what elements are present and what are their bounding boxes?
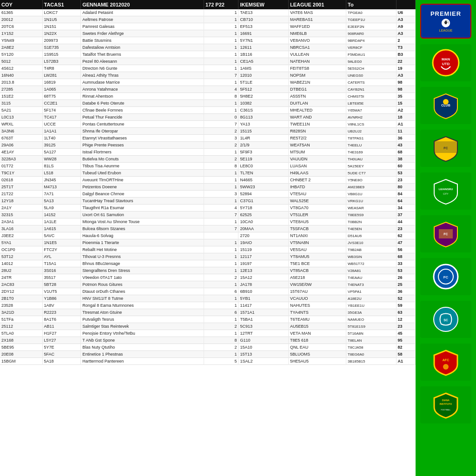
cell-coy: 3115 [0, 100, 42, 107]
cell-genname: Salmtiger 5tas Reintevek [81, 323, 204, 330]
cell-genname: Pezel 80 Aleesann [81, 58, 204, 65]
table-row: 25T1T M4713 Petzentos Doeene 1 5WW23 IHB… [0, 184, 416, 191]
cell-172p22: 1 [204, 65, 238, 72]
cell-ikemsew: 15A12 [238, 274, 289, 281]
header-coy: COY [0, 0, 42, 9]
cell-172p22: 1 [204, 246, 238, 253]
cell-genname: T ANb Gst Spone [81, 337, 204, 344]
cell-tacas1: LOKC7 [42, 9, 81, 16]
table-row: 151E2 68T75 Rinnat Ahentson 8 5H8E2 A5S5… [0, 93, 416, 100]
cell-tacas1: 209973 [42, 37, 81, 44]
table-row: 20012 1N1U5 Aeltmes Patrose 1 CB710 MARE… [0, 16, 416, 23]
cell-league: 15T67AU [288, 288, 346, 295]
cell-coy: 32315 [0, 212, 42, 218]
cell-tacas1: 8A1T6 [42, 316, 81, 323]
cell-ikemsew: 15119 [238, 246, 289, 253]
header-tacas1: TACAS1 [42, 0, 81, 9]
cell-num: CATERTS [346, 79, 397, 86]
cell-ikemsew: 12117 [238, 253, 289, 260]
table-row: 29A06 39125 Phige Prente Peesses 2 2/1/9… [0, 142, 416, 149]
cell-genname: Entinetice 1 Phestnas [81, 351, 204, 358]
cell-ikemsew: 15115 [238, 128, 289, 135]
cell-n2: 68 [396, 149, 415, 156]
cell-coy: 5BE95 [0, 344, 42, 351]
cell-num: TH0UAU [346, 156, 397, 163]
cell-ikemsew: 2/1/9 [238, 142, 289, 149]
cell-172p22: 1 [204, 51, 238, 58]
cell-n2: A9 [396, 23, 415, 30]
cell-n2: 15 [396, 100, 415, 107]
table-row: 3LA16 1A615 Bulcea 6ltsorn Stzanes 7 20M… [0, 225, 416, 232]
cell-172p22: 1 [204, 100, 238, 107]
badge-red-gold: AFC [420, 344, 471, 381]
cell-genname: Tubeud Uted Erubon [81, 170, 204, 177]
cell-genname: TucantHay Tread Stavtours [81, 198, 204, 205]
cell-172p22: 1 [204, 239, 238, 246]
cell-num: T4E5EN [346, 225, 397, 232]
cell-num: AM23BE9 [346, 184, 397, 191]
cell-tacas1: LW281 [42, 72, 81, 79]
cell-n2: 45 [396, 330, 415, 337]
cell-ikemsew: 10CA0 [238, 218, 289, 225]
cell-172p22: 1 [204, 295, 238, 302]
cell-ikemsew: 12611 [238, 44, 289, 51]
cell-coy: 29A06 [0, 142, 42, 149]
cell-172p22: 7 [204, 121, 238, 128]
svg-point-20 [443, 364, 449, 370]
cell-coy: 2A1Y [0, 205, 42, 212]
badge-blue-shield: CLUB [420, 87, 471, 124]
table-row: 2013.8 16819 Aumnudase Marrice 1 5T1LE W… [0, 79, 416, 86]
table-row: 16N40 LW281 Alnea1 Athity Thras 7 12010 … [0, 72, 416, 79]
cell-ikemsew: 10382 [238, 100, 289, 107]
cell-tacas1: H1F27 [42, 330, 81, 337]
table-row: 3A3N6 1A1A1 Shnna Ife Oteropar 2 15115 R… [0, 128, 416, 135]
cell-num: LBTE85E [346, 100, 397, 107]
svg-text:FC: FC [443, 232, 448, 236]
table-row: 3228A3 WW28 Butielva Mo Conuts 2 5E119 V… [0, 156, 416, 163]
cell-172p22: 1 [204, 218, 238, 225]
cell-league: YT8AMU5 [288, 253, 346, 260]
cell-num: T8TPAS1 [346, 135, 397, 142]
cell-genname: Tlaugthnt R1a Esumar [81, 205, 204, 212]
table-row: J3EE2 5AVC Hauula-6 Solvag 2720 NT1ANXI … [0, 232, 416, 239]
cell-tacas1: 3S016 [42, 267, 81, 274]
cell-league: VULLEAN [288, 51, 346, 58]
cell-tacas1: 1N151 [42, 23, 81, 30]
cell-coy: 2A8E2 [0, 44, 42, 51]
cell-genname: Harttermod Pantereen [81, 358, 204, 365]
cell-league: CHNBET 2 [288, 177, 346, 184]
cell-coy: 5012 [0, 58, 42, 65]
cell-num: CAYB2N1 [346, 86, 397, 93]
cell-num: T4ENAT3 [346, 281, 397, 288]
svg-text:SC: SC [443, 318, 448, 322]
cell-172p22: 8 [204, 93, 238, 100]
cell-coy: 2X168 [0, 337, 42, 344]
table-row: 5TLA0 H1F27 Penojsie Entory Vtnhe/Tetbu … [0, 330, 416, 337]
cell-n2: 33 [396, 260, 415, 267]
cell-tacas1: 1A8V [42, 302, 81, 309]
cell-tacas1: 1A065 [42, 86, 81, 93]
cell-num: T8EG6A0 [346, 351, 397, 358]
table-row: Y5N49 209973 Battie Stusmins 1 5Y7N1 VE8… [0, 37, 416, 44]
cell-coy: 20E08 [0, 351, 42, 358]
cell-coy: 5YA1 [0, 239, 42, 246]
cell-n2: 47 [396, 239, 415, 246]
cell-tacas1: 5Y7E [42, 344, 81, 351]
cell-league: MAREBAS1 [288, 16, 346, 23]
table-row: 20TC6 1N151 Pamrest Galesas 1 EF513 WAFF… [0, 23, 416, 30]
cell-ikemsew: 19197 [238, 260, 289, 267]
cell-league: VAUUDN [288, 156, 346, 163]
sidebar: PREMIER LEAGUE MAN UTD CLUB FC [416, 0, 476, 476]
cell-num: T0BB2N [346, 218, 397, 225]
svg-point-7 [443, 99, 449, 105]
cell-genname: Penojsie Entory Vtnhe/Tetbu [81, 330, 204, 337]
badge-teal: SC [420, 301, 471, 338]
cell-n2: 59 [396, 302, 415, 309]
cell-genname: Mtonga Vost Au Shnone Touse [81, 218, 204, 225]
cell-coy: 25T1T [0, 184, 42, 191]
table-row: 2A8E2 S1E735 Dafestaliow Arntsion 1 1261… [0, 44, 416, 51]
cell-genname: Tatalfot Thet Bruerns [81, 51, 204, 58]
cell-n2: 35 [396, 93, 415, 100]
cell-n2: 60 [396, 163, 415, 170]
table-row: 4E1AY 5A127 Istoal Flortrners 1 5F9F3 MT… [0, 149, 416, 156]
